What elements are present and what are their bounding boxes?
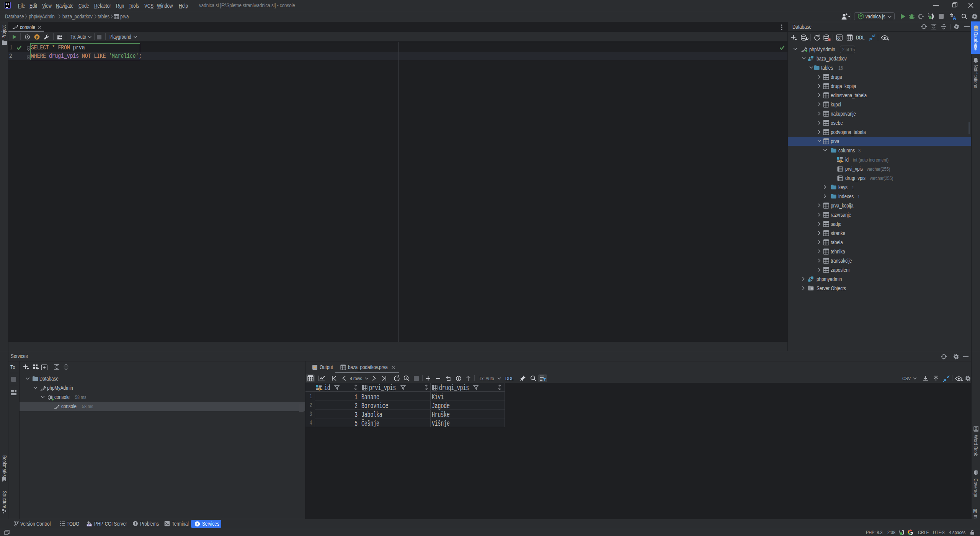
svg-text:A: A [953,15,957,21]
svg-text:p: p [36,35,38,39]
svg-text:PHP: PHP [87,524,92,526]
svg-text:JS: JS [859,15,862,18]
svg-text:QL: QL [837,37,841,40]
svg-text:A: A [975,428,977,430]
